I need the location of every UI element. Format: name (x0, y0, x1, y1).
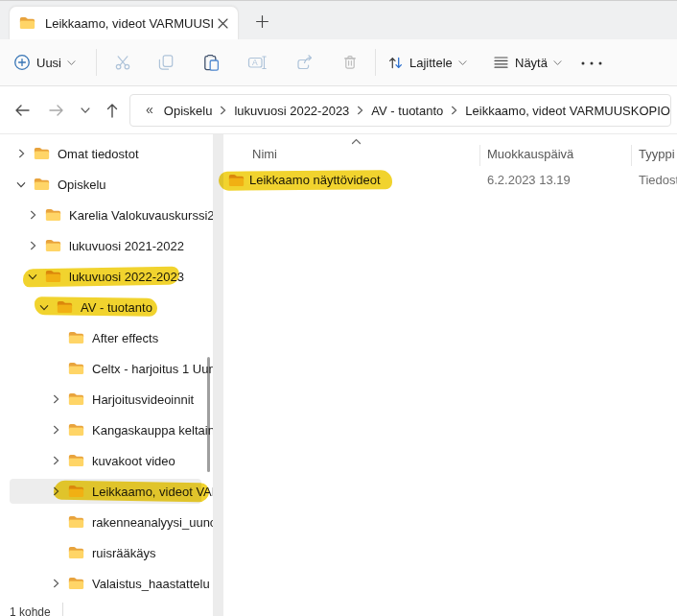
scissors-icon (114, 54, 131, 71)
tab-bar: Leikkaamo, videot VARMUUSI (0, 1, 677, 39)
chevron-right-icon[interactable] (27, 241, 38, 250)
sidebar-item-karelia-valokuvauskurssi[interactable]: Karelia Valokuvauskurssi20 (0, 200, 213, 230)
breadcrumb-overflow-chevron[interactable]: « (140, 102, 157, 119)
sidebar-item-label: lukuvuosi 2021-2022 (69, 239, 184, 253)
status-item-count: 1 kohde (10, 605, 51, 616)
breadcrumb-item-opiskelu[interactable]: Opiskelu (157, 101, 220, 121)
delete-button[interactable] (341, 39, 359, 85)
chevron-right-icon (450, 106, 458, 115)
sidebar-item-label: Opiskelu (58, 178, 106, 192)
folder-icon (34, 147, 50, 160)
sidebar-item-label: rakenneanalyysi_uuno (92, 515, 213, 530)
pane-divider (213, 134, 223, 616)
folder-icon (57, 300, 73, 314)
close-icon (218, 18, 228, 29)
cut-button[interactable] (114, 39, 131, 85)
sidebar-item-harjoitusvideoinnit[interactable]: Harjoitusvideoinnit (0, 384, 213, 415)
paste-button[interactable] (202, 39, 221, 85)
sidebar-item-ruisraakays[interactable]: ruisrääkäys (0, 537, 213, 568)
column-separator[interactable] (631, 145, 632, 166)
chevron-right-icon[interactable] (50, 425, 61, 435)
file-row-leikkaamo-nayttovideot[interactable]: Leikkaamo näyttövideot 6.2.2023 13.19 Ti… (223, 170, 677, 193)
folder-icon (19, 16, 35, 30)
sidebar-item-label: kuvakoot video (92, 454, 175, 468)
folder-icon (34, 178, 50, 191)
chevron-down-icon[interactable] (38, 304, 50, 311)
sort-ascending-icon (351, 138, 362, 145)
more-options-button[interactable] (579, 39, 604, 85)
sort-button-label: Lajittele (409, 56, 453, 70)
share-button[interactable] (295, 39, 314, 85)
file-explorer-window: Leikkaamo, videot VARMUUSI Uusi A (0, 0, 677, 616)
sidebar-item-label: After effects (92, 331, 158, 345)
chevron-down-icon[interactable] (15, 181, 27, 188)
sidebar-item-omat-tiedostot[interactable]: Omat tiedostot (0, 138, 213, 169)
sidebar-item-label: lukuvuosi 2022-2023 (69, 270, 184, 284)
folder-icon (68, 546, 84, 559)
sidebar-item-av-tuotanto[interactable]: AV - tuotanto (0, 292, 213, 322)
sidebar-item-after-effects[interactable]: After effects (0, 322, 213, 353)
sidebar-item-label: Leikkaamo, videot VARM (92, 485, 213, 499)
sidebar-item-opiskelu[interactable]: Opiskelu (0, 169, 213, 200)
sidebar-item-lukuvuosi-2022-2023[interactable]: lukuvuosi 2022-2023 (0, 261, 213, 292)
rename-button[interactable]: A (247, 39, 267, 85)
chevron-right-icon[interactable] (15, 149, 27, 158)
column-header-type[interactable]: Tyyppi (639, 147, 675, 161)
chevron-down-icon (81, 107, 90, 114)
folder-icon (68, 362, 84, 375)
plus-icon (255, 14, 269, 29)
sidebar-item-label: Karelia Valokuvauskurssi20 (69, 208, 213, 223)
chevron-right-icon[interactable] (50, 394, 61, 404)
back-button[interactable] (8, 93, 36, 128)
recent-locations-button[interactable] (71, 93, 100, 128)
sidebar-item-valaistus-haastattelu[interactable]: Valaistus_haastattelu (0, 568, 213, 599)
folder-icon (228, 174, 245, 187)
file-modified-date: 6.2.2023 13.19 (487, 173, 571, 187)
new-button[interactable]: Uusi (13, 39, 76, 85)
view-list-icon (493, 55, 509, 70)
breadcrumb-item-av-tuotanto[interactable]: AV - tuotanto (364, 101, 450, 121)
navigation-pane: Omat tiedostot Opiskelu Karelia Valokuva… (0, 134, 213, 616)
chevron-right-icon[interactable] (50, 579, 61, 588)
chevron-right-icon[interactable] (27, 210, 38, 220)
copy-button[interactable] (157, 39, 175, 85)
sidebar-item-label: Celtx - harjoitus 1 Uuno (92, 362, 213, 376)
address-bar: « Opiskelu lukuvuosi 2022-2023 AV - tuot… (0, 86, 677, 134)
chevron-right-icon[interactable] (50, 486, 61, 496)
toolbar-separator (375, 49, 376, 76)
breadcrumb-item-lukuvuosi[interactable]: lukuvuosi 2022-2023 (227, 101, 356, 121)
copy-icon (157, 54, 175, 71)
chevron-right-icon[interactable] (50, 456, 61, 465)
sort-button[interactable]: Lajittele (387, 39, 467, 85)
file-type: Tiedostok (639, 173, 677, 187)
sidebar-item-leikkaamo-videot-varmuuskopio[interactable]: Leikkaamo, videot VARM (0, 476, 213, 507)
breadcrumb[interactable]: « Opiskelu lukuvuosi 2022-2023 AV - tuot… (129, 94, 671, 127)
column-header-modified[interactable]: Muokkauspäivä (487, 147, 573, 161)
trash-icon (341, 54, 359, 71)
chevron-down-icon[interactable] (27, 273, 38, 280)
new-button-label: Uusi (36, 56, 61, 70)
sidebar-item-celtx-harjoitus[interactable]: Celtx - harjoitus 1 Uuno (0, 353, 213, 384)
tab-title: Leikkaamo, videot VARMUUSI (45, 16, 216, 31)
sidebar-item-label: Valaistus_haastattelu (92, 577, 210, 591)
arrow-left-icon (13, 102, 32, 119)
sidebar-item-rakenneanalyysi[interactable]: rakenneanalyysi_uuno (0, 507, 213, 537)
chevron-down-icon (458, 59, 467, 66)
sidebar-item-kangaskauppa[interactable]: Kangaskauppa keltainen (0, 415, 213, 445)
breadcrumb-item-leikkaamo[interactable]: Leikkaamo, videot VARMUUSKOPIO (458, 101, 671, 121)
arrow-up-icon (104, 102, 121, 120)
folder-icon (68, 577, 84, 590)
content-area: Omat tiedostot Opiskelu Karelia Valokuva… (0, 134, 677, 616)
chevron-down-icon (553, 59, 562, 66)
explorer-tab[interactable]: Leikkaamo, videot VARMUUSI (9, 6, 239, 39)
column-header-name[interactable]: Nimi (252, 147, 277, 161)
column-separator[interactable] (479, 145, 480, 166)
forward-button[interactable] (41, 93, 70, 128)
view-button[interactable]: Näytä (493, 39, 562, 85)
new-tab-button[interactable] (251, 11, 272, 32)
tab-close-button[interactable] (216, 16, 230, 31)
sidebar-item-kuvakoot-video[interactable]: kuvakoot video (0, 445, 213, 476)
folder-icon (45, 239, 61, 252)
up-button[interactable] (98, 93, 127, 128)
sidebar-item-lukuvuosi-2021-2022[interactable]: lukuvuosi 2021-2022 (0, 230, 213, 261)
